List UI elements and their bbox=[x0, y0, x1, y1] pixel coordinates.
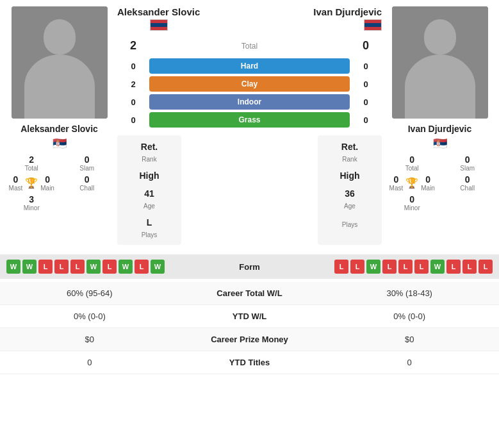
player2-slam-label: Slam bbox=[443, 165, 493, 172]
stats-right-val: 0 bbox=[329, 358, 489, 367]
total-label-center: Total bbox=[241, 42, 258, 51]
p1-total-center: 2 bbox=[124, 39, 143, 53]
player1-flag: 🇷🇸 bbox=[53, 137, 67, 151]
player2-flag: 🇷🇸 bbox=[433, 137, 447, 151]
player2-stats: 0 Total 0 Slam 0 Mast 🏆 0 Main bbox=[387, 154, 493, 212]
form-badge-p2: L bbox=[382, 260, 397, 274]
player1-main-value: 0 bbox=[40, 174, 54, 185]
form-badge-p2: L bbox=[446, 260, 461, 274]
p1-name-block: Aleksander Slovic bbox=[117, 6, 200, 31]
p1-clay-val: 2 bbox=[124, 79, 143, 89]
player2-mast-val: 0 Mast bbox=[389, 174, 404, 192]
player1-name: Aleksander Slovic bbox=[20, 124, 98, 134]
clay-pill: Clay bbox=[149, 76, 350, 92]
player1-mast-val: 0 Mast bbox=[9, 174, 23, 192]
player1-mast-cell: 0 Mast 🏆 0 Main bbox=[6, 174, 57, 192]
form-badge-p2: L bbox=[334, 260, 348, 274]
p1-grass-val: 0 bbox=[124, 115, 143, 125]
stats-row: $0Career Prize Money$0 bbox=[0, 328, 499, 351]
player1-main-val: 0 Main bbox=[40, 174, 54, 192]
p1-age-label: Age bbox=[143, 203, 155, 210]
player1-form: WWLLLWLWLW bbox=[6, 260, 167, 274]
form-badge-p1: W bbox=[86, 260, 101, 274]
form-section: WWLLLWLWLW Form LLWLLLWLLL bbox=[0, 254, 499, 279]
indoor-pill: Indoor bbox=[149, 94, 350, 110]
form-badge-p1: L bbox=[38, 260, 53, 274]
player2-main-val: 0 Main bbox=[421, 174, 435, 192]
form-badge-p2: L bbox=[350, 260, 364, 274]
player2-slam-val: 0 Slam bbox=[443, 154, 493, 172]
stats-center-label: YTD Titles bbox=[170, 358, 330, 367]
player2-mast-cell: 0 Mast 🏆 0 Main bbox=[387, 174, 438, 192]
p1-hard-val: 0 bbox=[124, 62, 143, 71]
form-badge-p1: W bbox=[151, 260, 165, 274]
stats-left-val: $0 bbox=[10, 335, 170, 344]
stats-row: 0% (0-0)YTD W/L0% (0-0) bbox=[0, 305, 499, 328]
player2-total-label: Total bbox=[387, 165, 438, 172]
player2-chall-label: Chall bbox=[443, 185, 493, 192]
p1-plays-label: Plays bbox=[142, 231, 157, 238]
player2-main-label: Main bbox=[421, 185, 435, 192]
player2-minor-label: Minor bbox=[387, 204, 438, 212]
stats-center-label: Career Prize Money bbox=[170, 335, 330, 344]
player1-avatar bbox=[12, 6, 108, 119]
p1-rank-val: Ret. bbox=[141, 142, 158, 152]
player2-slam-value: 0 bbox=[443, 154, 493, 165]
p1-plays-val: L bbox=[147, 217, 152, 228]
form-label: Form bbox=[170, 262, 330, 272]
player1-slam-value: 0 bbox=[62, 154, 113, 165]
p2-clay-val: 0 bbox=[356, 79, 375, 89]
hard-pill: Hard bbox=[149, 58, 350, 74]
grass-pill: Grass bbox=[149, 112, 350, 128]
trophy2-icon: 🏆 bbox=[405, 177, 418, 189]
center-section: Aleksander Slovic Ivan Djurdjevic 2 Tota… bbox=[117, 6, 382, 245]
main-container: Aleksander Slovic 🇷🇸 2 Total 0 Slam 0 Ma… bbox=[0, 0, 499, 374]
player1-silhouette bbox=[12, 6, 108, 119]
p1-info-block: Ret. Rank High 41 Age L Plays bbox=[117, 135, 181, 245]
stats-left-val: 0% (0-0) bbox=[10, 311, 170, 321]
player2-name: Ivan Djurdjevic bbox=[408, 124, 472, 134]
player1-slam-label: Slam bbox=[62, 165, 113, 172]
player2-minor-val: 0 Minor bbox=[387, 194, 438, 212]
player1-main-label: Main bbox=[40, 185, 54, 192]
p2-hard-val: 0 bbox=[356, 62, 375, 71]
player1-total-val: 2 Total bbox=[6, 154, 57, 172]
indoor-row: 0 Indoor 0 bbox=[117, 94, 382, 110]
player1-total-value: 2 bbox=[6, 154, 57, 165]
p1-high-val: High bbox=[139, 170, 159, 181]
form-badge-p1: L bbox=[102, 260, 117, 274]
p2-name-block: Ivan Djurdjevic bbox=[313, 6, 382, 31]
form-badge-p2: W bbox=[430, 260, 445, 274]
stats-row: 0YTD Titles0 bbox=[0, 351, 499, 374]
stats-right-val: 30% (18-43) bbox=[329, 288, 489, 298]
player2-chall-value: 0 bbox=[443, 174, 493, 185]
top-section: Aleksander Slovic 🇷🇸 2 Total 0 Slam 0 Ma… bbox=[0, 0, 499, 251]
form-badge-p2: L bbox=[479, 260, 493, 274]
player1-stats: 2 Total 0 Slam 0 Mast 🏆 0 Main bbox=[6, 154, 112, 212]
p2-high-val: High bbox=[339, 170, 359, 181]
form-badge-p2: W bbox=[366, 260, 380, 274]
player2-total-val: 0 Total bbox=[387, 154, 438, 172]
player2-total-value: 0 bbox=[387, 154, 438, 165]
player2-avatar bbox=[392, 6, 488, 119]
trophy1-icon: 🏆 bbox=[25, 177, 38, 189]
player1-minor-value: 3 bbox=[6, 194, 57, 204]
player1-minor-label: Minor bbox=[6, 204, 57, 212]
total-row: 2 Total 0 bbox=[117, 39, 382, 53]
grass-row: 0 Grass 0 bbox=[117, 112, 382, 128]
player2-minor-value: 0 bbox=[387, 194, 438, 204]
player2-form: LLWLLLWLLL bbox=[332, 260, 493, 274]
player1-chall-label: Chall bbox=[62, 185, 113, 192]
p1-rank-label: Rank bbox=[142, 156, 156, 163]
form-badge-p2: L bbox=[462, 260, 477, 274]
clay-row: 2 Clay 0 bbox=[117, 76, 382, 92]
player1-minor-val: 3 Minor bbox=[6, 194, 57, 212]
form-badge-p2: L bbox=[398, 260, 413, 274]
p2-indoor-val: 0 bbox=[356, 97, 375, 107]
p2-grass-val: 0 bbox=[356, 115, 375, 125]
stats-center-label: YTD W/L bbox=[170, 311, 330, 321]
stats-section: 60% (95-64)Career Total W/L30% (18-43)0%… bbox=[0, 282, 499, 374]
p2-age-val: 36 bbox=[345, 188, 355, 199]
p1-name-center: Aleksander Slovic bbox=[117, 6, 200, 17]
player2-chall-val: 0 Chall bbox=[443, 174, 493, 192]
